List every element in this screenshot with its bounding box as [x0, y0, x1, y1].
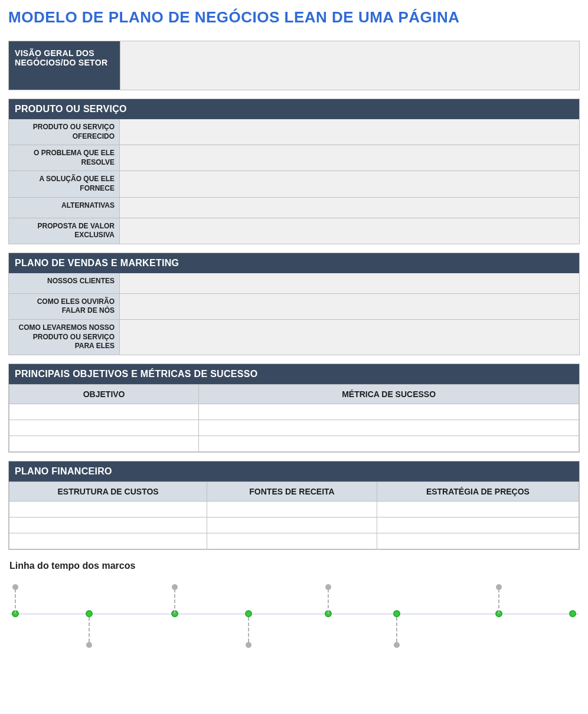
product-header: PRODUTO OU SERVIÇO [9, 99, 579, 119]
finance-cell[interactable] [9, 517, 207, 533]
product-value[interactable] [120, 218, 579, 244]
finance-cell[interactable] [377, 501, 579, 517]
finance-cell[interactable] [207, 501, 377, 517]
objectives-col-header: MÉTRICA DE SUCESSO [199, 384, 579, 404]
objectives-col-header: OBJETIVO [9, 384, 199, 404]
product-row: ALTERNATIVAS [9, 197, 579, 218]
sales-label: COMO ELES OUVIRÃO FALAR DE NÓS [9, 294, 120, 319]
finance-header: PLANO FINANCEIRO [9, 461, 579, 482]
milestone-cap-icon [246, 642, 251, 648]
finance-col-header: ESTRUTURA DE CUSTOS [9, 482, 207, 501]
finance-row [9, 533, 579, 549]
milestone-stem [248, 617, 249, 642]
section-sales: PLANO DE VENDAS E MARKETING NOSSOS CLIEN… [8, 253, 580, 355]
milestone-dot-icon[interactable] [569, 610, 576, 617]
milestone-cap-icon [172, 584, 178, 590]
product-row: O PROBLEMA QUE ELE RESOLVE [9, 145, 579, 171]
finance-cell[interactable] [207, 517, 377, 533]
overview-value[interactable] [120, 41, 579, 90]
product-value[interactable] [120, 119, 579, 145]
objectives-cell[interactable] [9, 420, 199, 435]
milestone-stem [15, 589, 16, 614]
finance-cell[interactable] [9, 533, 207, 549]
objectives-table: OBJETIVOMÉTRICA DE SUCESSO [9, 384, 579, 452]
finance-cell[interactable] [9, 501, 207, 517]
finance-col-header: FONTES DE RECEITA [207, 482, 377, 501]
milestone-stem [328, 589, 329, 614]
product-value[interactable] [120, 171, 579, 196]
timeline-axis [9, 614, 579, 614]
sales-header: PLANO DE VENDAS E MARKETING [9, 253, 579, 273]
objectives-header: PRINCIPAIS OBJETIVOS E MÉTRICAS DE SUCES… [9, 364, 579, 384]
milestone-stem [89, 617, 90, 642]
objectives-cell[interactable] [199, 420, 579, 435]
objectives-row [9, 420, 579, 435]
page-title: MODELO DE PLANO DE NEGÓCIOS LEAN DE UMA … [8, 8, 580, 27]
product-row: PRODUTO OU SERVIÇO OFERECIDO [9, 119, 579, 145]
sales-label: NOSSOS CLIENTES [9, 273, 120, 293]
section-product: PRODUTO OU SERVIÇO PRODUTO OU SERVIÇO OF… [8, 99, 580, 244]
timeline [9, 578, 579, 649]
sales-value[interactable] [120, 273, 579, 293]
milestone-dot-icon[interactable] [86, 610, 93, 617]
milestone-cap-icon [86, 642, 92, 648]
finance-col-header: ESTRATÉGIA DE PREÇOS [377, 482, 579, 501]
product-label: A SOLUÇÃO QUE ELE FORNECE [9, 171, 120, 196]
finance-row [9, 517, 579, 533]
finance-cell[interactable] [377, 517, 579, 533]
sales-value[interactable] [120, 294, 579, 319]
product-label: O PROBLEMA QUE ELE RESOLVE [9, 145, 120, 171]
section-overview: VISÃO GERAL DOS NEGÓCIOS/DO SETOR [8, 41, 580, 90]
objectives-row [9, 404, 579, 420]
overview-label: VISÃO GERAL DOS NEGÓCIOS/DO SETOR [9, 41, 120, 90]
milestone-dot-icon[interactable] [245, 610, 252, 617]
finance-cell[interactable] [207, 533, 377, 549]
objectives-cell[interactable] [199, 404, 579, 420]
objectives-row [9, 435, 579, 451]
sales-label: COMO LEVAREMOS NOSSO PRODUTO OU SERVIÇO … [9, 320, 120, 355]
objectives-cell[interactable] [9, 404, 199, 420]
sales-row: COMO ELES OUVIRÃO FALAR DE NÓS [9, 293, 579, 319]
sales-value[interactable] [120, 320, 579, 355]
milestone-dot-icon[interactable] [393, 610, 400, 617]
objectives-cell[interactable] [199, 435, 579, 451]
finance-table: ESTRUTURA DE CUSTOSFONTES DE RECEITAESTR… [9, 482, 579, 549]
product-label: PRODUTO OU SERVIÇO OFERECIDO [9, 119, 120, 145]
product-row: A SOLUÇÃO QUE ELE FORNECE [9, 171, 579, 196]
finance-row [9, 501, 579, 517]
milestone-cap-icon [12, 584, 18, 590]
product-label: ALTERNATIVAS [9, 198, 120, 218]
product-value[interactable] [120, 198, 579, 218]
section-finance: PLANO FINANCEIRO ESTRUTURA DE CUSTOSFONT… [8, 461, 580, 550]
timeline-title: Linha do tempo dos marcos [9, 561, 580, 571]
milestone-cap-icon [496, 584, 502, 590]
section-objectives: PRINCIPAIS OBJETIVOS E MÉTRICAS DE SUCES… [8, 363, 580, 453]
milestone-cap-icon [394, 642, 400, 648]
product-row: PROPOSTA DE VALOR EXCLUSIVA [9, 218, 579, 244]
milestone-stem [174, 589, 175, 614]
sales-row: NOSSOS CLIENTES [9, 273, 579, 293]
objectives-cell[interactable] [9, 435, 199, 451]
milestone-stem [498, 589, 499, 614]
finance-cell[interactable] [377, 533, 579, 549]
sales-row: COMO LEVAREMOS NOSSO PRODUTO OU SERVIÇO … [9, 319, 579, 355]
product-label: PROPOSTA DE VALOR EXCLUSIVA [9, 218, 120, 244]
product-value[interactable] [120, 145, 579, 171]
milestone-stem [396, 617, 397, 642]
milestone-cap-icon [325, 584, 331, 590]
